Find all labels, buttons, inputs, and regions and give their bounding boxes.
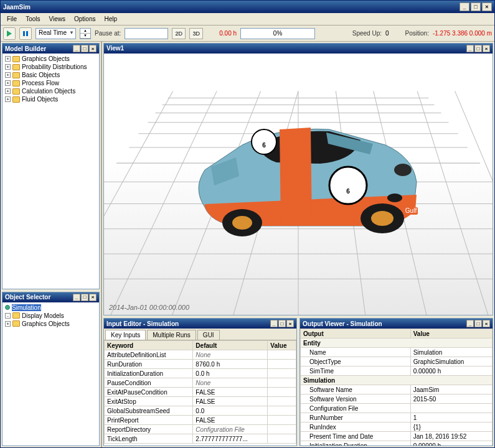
panel-max-icon[interactable]: □ [474, 320, 482, 327]
close-button[interactable]: × [482, 2, 492, 11]
table-row[interactable]: Configuration File [301, 404, 493, 413]
tree-label: Probability Distributions [22, 63, 87, 70]
table-row[interactable]: ExitAtStopFALSE [105, 397, 296, 406]
panel-close-icon[interactable]: × [89, 45, 97, 52]
car-model[interactable]: 6 6 Gulf [167, 95, 429, 257]
svg-rect-2 [26, 31, 28, 36]
table-row[interactable]: RunIndex{1} [301, 422, 493, 432]
view3d-title[interactable]: View1 _ □ × [104, 44, 493, 54]
model-builder-title[interactable]: Model Builder _ □ × [2, 44, 99, 54]
table-row[interactable]: ObjectTypeGraphicSimulation [301, 357, 493, 366]
table-row[interactable]: RunDuration8760.0 h [105, 360, 296, 369]
panel-max-icon[interactable]: □ [81, 294, 88, 301]
expand-icon[interactable]: + [5, 56, 11, 62]
tree-item[interactable]: +Graphics Objects [4, 55, 98, 63]
view-2d-button[interactable]: 2D [172, 28, 186, 39]
panel-max-icon[interactable]: □ [474, 45, 482, 52]
tree-label: Fluid Objects [22, 96, 58, 103]
table-row[interactable]: InitializationDuration0.0 h [105, 369, 296, 378]
input-editor-table[interactable]: KeywordDefaultValue AttributeDefinitionL… [104, 340, 296, 444]
table-row[interactable]: ReportDirectoryConfiguration File [105, 425, 296, 434]
menu-options[interactable]: Options [70, 14, 99, 24]
position-label: Position: [405, 30, 429, 37]
svg-marker-0 [7, 30, 12, 37]
expand-icon[interactable]: + [5, 72, 11, 78]
tree-item[interactable]: +Basic Objects [4, 71, 98, 79]
play-icon [6, 30, 12, 37]
menu-tools[interactable]: Tools [22, 14, 44, 24]
output-viewer-table[interactable]: OutputValue EntityNameSimulationObjectTy… [300, 329, 493, 446]
input-editor-tabs: Key Inputs Multiple Runs GUI [104, 329, 296, 340]
table-row[interactable]: ExitAtPauseConditionFALSE [105, 388, 296, 397]
tree-item[interactable]: +Calculation Objects [4, 87, 98, 95]
panel-max-icon[interactable]: □ [278, 320, 286, 327]
menu-help[interactable]: Help [100, 14, 121, 24]
panel-close-icon[interactable]: × [483, 45, 490, 52]
play-button[interactable] [3, 27, 16, 40]
table-row[interactable]: PrintReportFALSE [105, 416, 296, 425]
table-row[interactable]: PauseConditionNone [105, 378, 296, 388]
tab-multiple-runs[interactable]: Multiple Runs [147, 330, 196, 340]
table-row[interactable]: Software NameJaamSim [301, 385, 493, 394]
folder-icon [12, 88, 20, 95]
panel-min-icon[interactable]: _ [73, 294, 80, 301]
mode-combo[interactable]: Real Time [35, 28, 76, 39]
mode-spinner[interactable]: ▲▼ [80, 28, 91, 39]
svg-point-28 [329, 167, 367, 204]
expand-icon[interactable]: + [5, 64, 11, 70]
svg-text:6: 6 [346, 188, 350, 195]
tree-item[interactable]: +Process Flow [4, 79, 98, 87]
panel-min-icon[interactable]: _ [73, 45, 80, 52]
expand-icon[interactable]: + [5, 88, 11, 94]
menu-file[interactable]: File [3, 14, 21, 24]
titlebar[interactable]: JaamSim _ □ × [1, 1, 494, 13]
table-row[interactable]: RunNumber1 [301, 413, 493, 422]
table-row[interactable]: GlobalSubstreamSeed0.0 [105, 406, 296, 416]
stop-button[interactable] [19, 27, 32, 40]
expand-icon[interactable]: + [5, 96, 11, 102]
output-viewer-title[interactable]: Output Viewer - Simulation _ □ × [300, 319, 493, 329]
svg-rect-1 [23, 31, 25, 36]
minimize-button[interactable]: _ [460, 2, 469, 11]
table-row[interactable]: Initialization Duration0.00000 h [301, 441, 493, 446]
tree-item[interactable]: +Graphics Objects [4, 320, 98, 328]
tab-gui[interactable]: GUI [197, 330, 220, 340]
folder-icon [12, 64, 20, 70]
table-row[interactable]: NameSimulation [301, 348, 493, 357]
table-row[interactable]: Present Time and DateJan 18, 2016 19:52 [301, 432, 493, 441]
table-row[interactable]: SimTime0.00000 h [301, 366, 493, 376]
tree-item[interactable]: +Probability Distributions [4, 63, 98, 71]
view-3d-button[interactable]: 3D [189, 28, 203, 39]
panel-close-icon[interactable]: × [483, 320, 490, 327]
pause-input[interactable] [125, 28, 168, 39]
panel-max-icon[interactable]: □ [81, 45, 88, 52]
tree-label: Graphics Objects [22, 320, 70, 327]
expand-icon[interactable]: + [5, 321, 11, 327]
object-selector-title[interactable]: Object Selector _ □ × [2, 292, 99, 302]
input-editor-panel: Input Editor - Simulation _ □ × Key Inpu… [103, 318, 297, 446]
tab-key-inputs[interactable]: Key Inputs [105, 330, 146, 340]
table-row[interactable]: AttributeDefinitionListNone [105, 350, 296, 360]
expand-icon[interactable]: + [5, 80, 11, 86]
panel-close-icon[interactable]: × [89, 294, 97, 301]
tree-item[interactable]: -Display Models [4, 312, 98, 320]
object-selector-tree[interactable]: Simulation-Display Models+Graphics Objec… [2, 302, 99, 446]
folder-icon [12, 56, 20, 62]
svg-text:6: 6 [262, 142, 266, 149]
input-editor-title[interactable]: Input Editor - Simulation _ □ × [104, 319, 296, 329]
maximize-button[interactable]: □ [471, 2, 481, 11]
menu-views[interactable]: Views [45, 14, 69, 24]
panel-min-icon[interactable]: _ [466, 45, 474, 52]
panel-min-icon[interactable]: _ [466, 320, 474, 327]
panel-close-icon[interactable]: × [286, 320, 294, 327]
expand-icon[interactable]: - [5, 313, 11, 319]
model-builder-tree[interactable]: +Graphics Objects+Probability Distributi… [2, 54, 99, 289]
table-row[interactable]: Software Version2015-50 [301, 394, 493, 404]
panel-min-icon[interactable]: _ [270, 320, 278, 327]
svg-text:Gulf: Gulf [405, 207, 417, 214]
tree-item[interactable]: +Fluid Objects [4, 95, 98, 103]
tree-label: Simulation [12, 304, 41, 311]
table-row[interactable]: TickLength2.777777777777... [105, 434, 296, 444]
tree-item[interactable]: Simulation [4, 304, 98, 312]
view3d-canvas[interactable]: 6 6 Gulf 2014-Jan-01 00:00:00.000 [104, 54, 493, 315]
